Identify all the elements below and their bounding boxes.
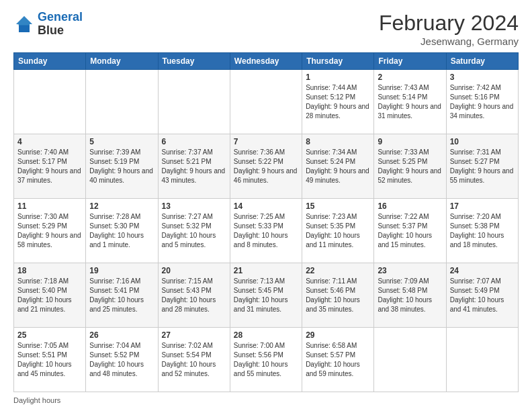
sunrise-text: Sunrise: 7:02 AM <box>162 342 213 349</box>
sunrise-text: Sunrise: 7:22 AM <box>378 213 429 220</box>
day-number: 29 <box>306 330 370 340</box>
day-info: Sunrise: 6:58 AM Sunset: 5:57 PM Dayligh… <box>306 341 370 379</box>
calendar-cell: 15 Sunrise: 7:23 AM Sunset: 5:35 PM Dayl… <box>302 199 374 263</box>
page: General Blue February 2024 Jesenwang, Ge… <box>0 0 532 411</box>
daylight-text: Daylight: 10 hours and 15 minutes. <box>378 232 432 248</box>
day-number: 5 <box>89 137 154 146</box>
sunset-text: Sunset: 5:51 PM <box>17 351 67 359</box>
sunset-text: Sunset: 5:19 PM <box>89 158 139 165</box>
sunset-text: Sunset: 5:52 PM <box>89 351 139 359</box>
calendar-cell: 5 Sunrise: 7:39 AM Sunset: 5:19 PM Dayli… <box>86 134 158 199</box>
sunset-text: Sunset: 5:25 PM <box>378 158 427 165</box>
daylight-text: Daylight: 10 hours and 5 minutes. <box>162 232 216 248</box>
sunset-text: Sunset: 5:43 PM <box>162 287 212 294</box>
sunset-text: Sunset: 5:32 PM <box>162 222 212 230</box>
day-info: Sunrise: 7:05 AM Sunset: 5:51 PM Dayligh… <box>17 341 82 379</box>
day-info: Sunrise: 7:40 AM Sunset: 5:17 PM Dayligh… <box>17 148 82 185</box>
location: Jesenwang, Germany <box>379 36 519 47</box>
day-number: 1 <box>306 73 370 82</box>
calendar-cell: 19 Sunrise: 7:16 AM Sunset: 5:41 PM Dayl… <box>86 263 158 328</box>
daylight-text: Daylight: 10 hours and 52 minutes. <box>162 361 216 377</box>
sunrise-text: Sunrise: 7:31 AM <box>450 148 501 156</box>
weekday-header-monday: Monday <box>86 53 158 70</box>
calendar-cell: 26 Sunrise: 7:04 AM Sunset: 5:52 PM Dayl… <box>86 328 158 392</box>
calendar-week-1: 4 Sunrise: 7:40 AM Sunset: 5:17 PM Dayli… <box>14 134 519 199</box>
day-info: Sunrise: 7:36 AM Sunset: 5:22 PM Dayligh… <box>234 148 298 185</box>
sunrise-text: Sunrise: 7:37 AM <box>162 148 213 156</box>
sunrise-text: Sunrise: 7:39 AM <box>89 148 140 156</box>
sunset-text: Sunset: 5:12 PM <box>306 93 355 101</box>
day-info: Sunrise: 7:28 AM Sunset: 5:30 PM Dayligh… <box>89 212 154 250</box>
logo-text: General Blue <box>38 11 83 38</box>
sunset-text: Sunset: 5:45 PM <box>234 287 283 294</box>
weekday-header-wednesday: Wednesday <box>230 53 302 70</box>
day-number: 23 <box>378 266 442 275</box>
calendar-cell: 7 Sunrise: 7:36 AM Sunset: 5:22 PM Dayli… <box>230 134 302 199</box>
logo: General Blue <box>13 11 83 38</box>
sunrise-text: Sunrise: 7:09 AM <box>378 277 429 285</box>
sunrise-text: Sunrise: 7:25 AM <box>234 213 285 220</box>
day-info: Sunrise: 7:42 AM Sunset: 5:16 PM Dayligh… <box>450 83 515 121</box>
day-number: 14 <box>234 201 298 211</box>
calendar-table: SundayMondayTuesdayWednesdayThursdayFrid… <box>13 52 519 392</box>
day-number: 18 <box>17 266 82 275</box>
day-number: 16 <box>378 201 442 211</box>
sunrise-text: Sunrise: 7:07 AM <box>450 277 501 285</box>
daylight-text: Daylight: 10 hours and 25 minutes. <box>89 296 144 313</box>
day-info: Sunrise: 7:27 AM Sunset: 5:32 PM Dayligh… <box>162 212 226 250</box>
day-info: Sunrise: 7:20 AM Sunset: 5:38 PM Dayligh… <box>450 212 515 250</box>
day-number: 8 <box>306 137 370 146</box>
day-info: Sunrise: 7:34 AM Sunset: 5:24 PM Dayligh… <box>306 148 370 185</box>
sunrise-text: Sunrise: 7:16 AM <box>89 277 140 285</box>
day-info: Sunrise: 7:39 AM Sunset: 5:19 PM Dayligh… <box>89 148 154 185</box>
daylight-text: Daylight: 9 hours and 52 minutes. <box>378 167 441 184</box>
daylight-text: Daylight: 10 hours and 35 minutes. <box>306 296 360 313</box>
day-info: Sunrise: 7:22 AM Sunset: 5:37 PM Dayligh… <box>378 212 442 250</box>
calendar-cell: 12 Sunrise: 7:28 AM Sunset: 5:30 PM Dayl… <box>86 199 158 263</box>
calendar-cell <box>230 70 302 134</box>
calendar-week-3: 18 Sunrise: 7:18 AM Sunset: 5:40 PM Dayl… <box>14 263 519 328</box>
sunset-text: Sunset: 5:33 PM <box>234 222 283 230</box>
daylight-text: Daylight: 10 hours and 45 minutes. <box>17 361 72 377</box>
calendar-cell: 27 Sunrise: 7:02 AM Sunset: 5:54 PM Dayl… <box>158 328 230 392</box>
sunrise-text: Sunrise: 7:43 AM <box>378 84 429 91</box>
calendar-cell: 23 Sunrise: 7:09 AM Sunset: 5:48 PM Dayl… <box>374 263 446 328</box>
calendar-cell: 16 Sunrise: 7:22 AM Sunset: 5:37 PM Dayl… <box>374 199 446 263</box>
sunset-text: Sunset: 5:29 PM <box>17 222 67 230</box>
calendar-cell: 3 Sunrise: 7:42 AM Sunset: 5:16 PM Dayli… <box>446 70 518 134</box>
daylight-text: Daylight: 10 hours and 28 minutes. <box>162 296 216 313</box>
daylight-text: Daylight: 10 hours and 11 minutes. <box>306 232 360 248</box>
day-info: Sunrise: 7:02 AM Sunset: 5:54 PM Dayligh… <box>162 341 226 379</box>
sunset-text: Sunset: 5:57 PM <box>306 351 355 359</box>
day-number: 17 <box>450 201 515 211</box>
daylight-text: Daylight: 9 hours and 40 minutes. <box>89 167 153 184</box>
calendar-cell: 17 Sunrise: 7:20 AM Sunset: 5:38 PM Dayl… <box>446 199 518 263</box>
sunrise-text: Sunrise: 6:58 AM <box>306 342 357 349</box>
daylight-text: Daylight: 9 hours and 34 minutes. <box>450 103 514 120</box>
daylight-text: Daylight: 10 hours and 8 minutes. <box>234 232 288 248</box>
calendar-week-2: 11 Sunrise: 7:30 AM Sunset: 5:29 PM Dayl… <box>14 199 519 263</box>
calendar-cell <box>158 70 230 134</box>
day-info: Sunrise: 7:30 AM Sunset: 5:29 PM Dayligh… <box>17 212 82 250</box>
calendar-cell: 1 Sunrise: 7:44 AM Sunset: 5:12 PM Dayli… <box>302 70 374 134</box>
calendar-cell <box>374 328 446 392</box>
sunrise-text: Sunrise: 7:44 AM <box>306 84 357 91</box>
calendar-cell: 14 Sunrise: 7:25 AM Sunset: 5:33 PM Dayl… <box>230 199 302 263</box>
calendar-cell: 11 Sunrise: 7:30 AM Sunset: 5:29 PM Dayl… <box>14 199 86 263</box>
sunset-text: Sunset: 5:27 PM <box>450 158 500 165</box>
sunrise-text: Sunrise: 7:20 AM <box>450 213 501 220</box>
daylight-text: Daylight: 10 hours and 31 minutes. <box>234 296 288 313</box>
sunset-text: Sunset: 5:48 PM <box>378 287 427 294</box>
sunrise-text: Sunrise: 7:42 AM <box>450 84 501 91</box>
calendar-cell: 18 Sunrise: 7:18 AM Sunset: 5:40 PM Dayl… <box>14 263 86 328</box>
sunset-text: Sunset: 5:16 PM <box>450 93 500 101</box>
sunrise-text: Sunrise: 7:40 AM <box>17 148 69 156</box>
weekday-header-saturday: Saturday <box>446 53 518 70</box>
day-info: Sunrise: 7:16 AM Sunset: 5:41 PM Dayligh… <box>89 277 154 314</box>
sunrise-text: Sunrise: 7:04 AM <box>89 342 140 349</box>
daylight-label: Daylight hours <box>13 396 60 404</box>
sunrise-text: Sunrise: 7:34 AM <box>306 148 357 156</box>
day-number: 4 <box>17 137 82 146</box>
day-number: 7 <box>234 137 298 146</box>
sunset-text: Sunset: 5:35 PM <box>306 222 355 230</box>
